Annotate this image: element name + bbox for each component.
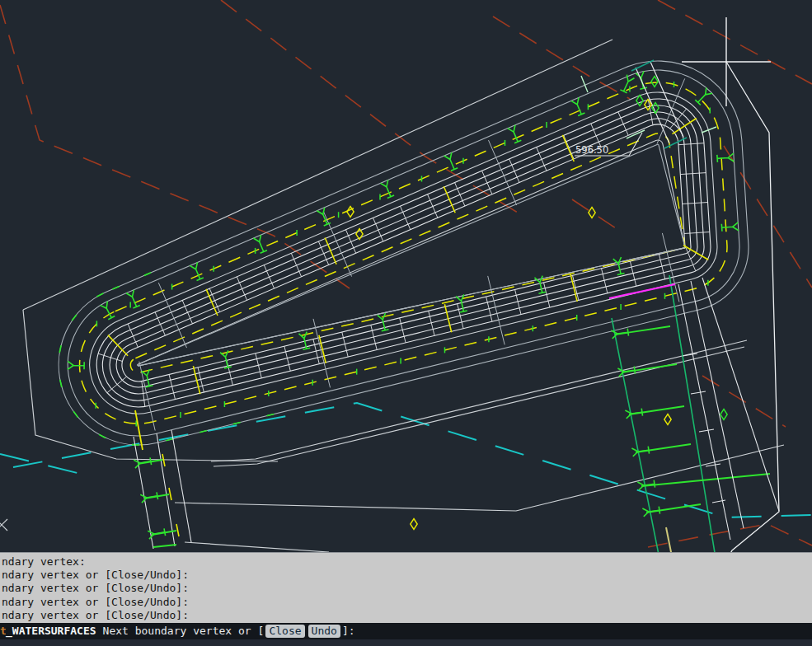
cad-application-window: 596.50 ndary vertex:ndary vertex or [Clo… <box>0 0 812 646</box>
embankment-ring-contours <box>59 61 749 445</box>
survey-boundary-lines <box>23 40 784 552</box>
command-history-panel: ndary vertex:ndary vertex or [Close/Undo… <box>0 552 812 623</box>
slope-arrows <box>68 72 739 387</box>
history-line: ndary vertex or [Close/Undo]: <box>2 569 812 582</box>
history-line: ndary vertex or [Close/Undo]: <box>2 596 812 609</box>
history-line: ndary vertex or [Close/Undo]: <box>2 609 812 622</box>
terrain-contours-red <box>0 0 812 547</box>
history-line: ndary vertex: <box>2 555 812 569</box>
edge-x-marker <box>0 519 7 531</box>
command-prompt-text: Next boundary vertex or <box>103 623 251 639</box>
drainage-channel-right <box>611 275 779 552</box>
elevation-value: 596.50 <box>575 144 608 156</box>
active-command-name: _WATERSURFACES <box>6 623 96 639</box>
status-strip <box>0 639 812 646</box>
drainage-channel-left <box>134 410 191 549</box>
option-undo-button[interactable]: Undo <box>308 625 340 638</box>
history-line: ndary vertex or [Close/Undo]: <box>2 582 812 595</box>
water-lines-cyan <box>0 403 812 517</box>
option-close-button[interactable]: Close <box>265 625 304 638</box>
diamond-markers <box>347 77 727 530</box>
crosshair-cursor <box>682 17 771 106</box>
command-line-input[interactable]: t _WATERSURFACES Next boundary vertex or… <box>0 623 812 639</box>
options-open-bracket: [ <box>258 623 265 639</box>
clipped-command-fragment: t <box>0 623 6 639</box>
options-close-bracket: ]: <box>342 623 355 639</box>
drawing-canvas[interactable]: 596.50 <box>0 0 812 552</box>
